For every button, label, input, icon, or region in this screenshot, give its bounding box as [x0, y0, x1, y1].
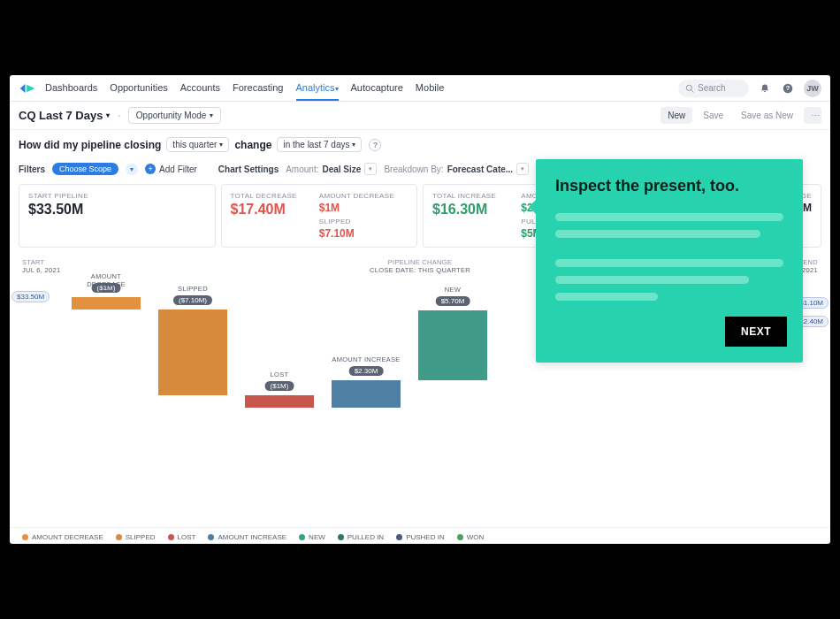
- sub-header: CQ Last 7 Days▾ · Opportunity Mode▾ New …: [10, 102, 830, 130]
- question-text: change: [234, 139, 271, 151]
- filters-label: Filters: [19, 164, 45, 174]
- bar-value-pill: ($7.10M): [173, 295, 212, 305]
- waterfall-bar: [332, 380, 401, 409]
- tour-title: Inspect the present, too.: [555, 177, 783, 195]
- help-icon[interactable]: ?: [781, 81, 795, 96]
- avatar[interactable]: JW: [804, 80, 821, 97]
- bar-name-label: AMOUNT INCREASE: [332, 355, 401, 363]
- bar-value-pill: $5.70M: [436, 296, 470, 306]
- bar-name-label: AMOUNT DECREASE: [72, 272, 141, 288]
- nav-analytics[interactable]: Analytics ▾: [296, 76, 339, 101]
- mode-select[interactable]: Opportunity Mode▾: [128, 107, 222, 124]
- question-text: How did my pipeline closing: [19, 139, 161, 151]
- legend-item: PULLED IN: [338, 533, 384, 541]
- bar-name-label: LOST: [245, 371, 314, 378]
- nav-accounts[interactable]: Accounts: [180, 76, 220, 101]
- popover-caret-icon: [529, 200, 536, 214]
- plus-icon: +: [145, 164, 156, 174]
- search-placeholder: Search: [698, 83, 726, 93]
- search-input[interactable]: Search: [678, 80, 749, 97]
- chevron-down-icon: ▾: [210, 111, 213, 119]
- next-button[interactable]: NEXT: [725, 317, 787, 347]
- legend-item: SLIPPED: [116, 533, 156, 541]
- nav-forecasting[interactable]: Forecasting: [233, 76, 283, 101]
- start-pipeline-value: $33.50M: [28, 202, 206, 218]
- add-filter-button[interactable]: +Add Filter: [145, 164, 197, 174]
- view-title[interactable]: CQ Last 7 Days▾: [19, 109, 110, 122]
- nav-dashboards[interactable]: Dashboards: [45, 76, 97, 101]
- svg-line-1: [691, 89, 694, 92]
- amount-value: Deal Size: [322, 164, 361, 174]
- save-button[interactable]: Save: [696, 107, 730, 124]
- app-logo: [19, 81, 36, 96]
- scope-quarter-select[interactable]: this quarter▾: [166, 137, 229, 152]
- bar-name-label: SLIPPED: [158, 285, 227, 293]
- waterfall-bar: [418, 310, 487, 379]
- total-increase-value: $16.30M: [432, 202, 521, 218]
- legend-item: AMOUNT DECREASE: [22, 533, 103, 541]
- scope-dropdown[interactable]: ▾: [126, 164, 138, 175]
- save-as-new-button[interactable]: Save as New: [734, 107, 800, 124]
- top-nav: DashboardsOpportunitiesAccountsForecasti…: [10, 75, 830, 102]
- bar-value-pill: ($1M): [265, 381, 294, 391]
- waterfall-bar: [72, 297, 141, 310]
- chevron-down-icon: ▾: [106, 111, 110, 119]
- waterfall-bar: [158, 310, 227, 396]
- breakdown-value: Forecast Cate...: [447, 164, 513, 174]
- svg-point-0: [686, 85, 691, 90]
- waterfall-bar: [245, 395, 314, 408]
- axis-start-label: $33.50M: [11, 291, 50, 302]
- bar-value-pill: $2.30M: [349, 366, 384, 376]
- legend-item: LOST: [168, 533, 196, 541]
- bar-name-label: NEW: [418, 286, 487, 294]
- chart-legend: AMOUNT DECREASESLIPPEDLOSTAMOUNT INCREAS…: [10, 527, 830, 544]
- total-decrease-value: $17.40M: [231, 202, 319, 218]
- new-button[interactable]: New: [661, 107, 692, 124]
- chart-settings-label: Chart Settings: [218, 164, 279, 174]
- legend-item: AMOUNT INCREASE: [208, 533, 286, 541]
- legend-item: WON: [457, 533, 485, 541]
- card-total-decrease: TOTAL DECREASE$17.40M AMOUNT DECREASE$1M…: [221, 184, 418, 248]
- question-row: How did my pipeline closing this quarter…: [10, 130, 830, 159]
- breakdown-select[interactable]: ▾: [516, 163, 529, 175]
- search-icon: [685, 84, 694, 93]
- breakdown-label: Breakdown By:: [384, 164, 443, 174]
- nav-opportunities[interactable]: Opportunities: [110, 76, 167, 101]
- legend-item: NEW: [299, 533, 325, 541]
- help-icon[interactable]: ?: [369, 139, 381, 151]
- legend-item: PUSHED IN: [396, 533, 445, 541]
- nav-mobile[interactable]: Mobile: [416, 76, 444, 101]
- bell-icon[interactable]: [758, 81, 772, 96]
- amount-select[interactable]: ▾: [364, 163, 377, 175]
- amount-label: Amount:: [286, 164, 318, 174]
- tour-popover: Inspect the present, too. NEXT: [536, 159, 803, 363]
- card-start-pipeline: START PIPELINE$33.50M: [19, 184, 216, 248]
- scope-range-select[interactable]: in the last 7 days▾: [277, 137, 362, 152]
- nav-autocapture[interactable]: Autocapture: [351, 76, 403, 101]
- svg-text:?: ?: [786, 84, 790, 92]
- more-menu[interactable]: ⋯: [804, 107, 821, 124]
- choose-scope-button[interactable]: Choose Scope: [52, 163, 118, 175]
